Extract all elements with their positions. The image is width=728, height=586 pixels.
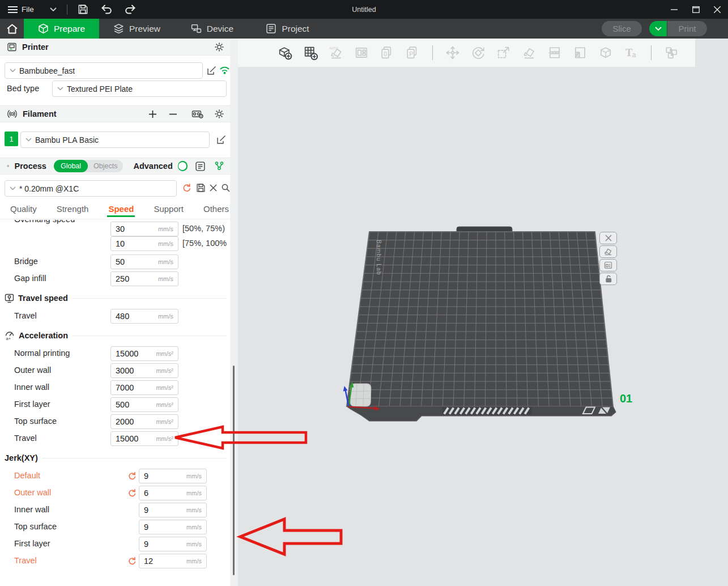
sidebar: Printer Bambubee_fast Bed type Textured … (0, 39, 230, 586)
bed-type-select[interactable]: Textured PEI Plate (52, 80, 227, 97)
home-button[interactable] (0, 19, 24, 39)
filament-slot-badge[interactable]: 1 (5, 131, 18, 146)
parameter-table-button[interactable] (195, 161, 206, 172)
search-preset-button[interactable] (221, 183, 231, 193)
list-icon (195, 161, 206, 172)
sidebar-scrollbar[interactable] (233, 366, 235, 575)
ams-sync-button[interactable] (191, 109, 203, 119)
setting-input[interactable]: 50mm/s (110, 254, 178, 269)
tab-preview[interactable]: Preview (99, 19, 174, 39)
delete-preset-button[interactable] (210, 184, 217, 192)
settings-group-header: Jerk(XY) (5, 452, 227, 464)
setting-input[interactable]: 9mm/s (139, 469, 207, 483)
reset-icon[interactable] (127, 472, 137, 481)
setting-input[interactable]: 15000mm/s² (110, 346, 178, 361)
close-button[interactable] (706, 0, 728, 19)
printer-connection-button[interactable] (219, 65, 230, 75)
arrange-icon (354, 45, 369, 61)
file-menu-dropdown[interactable] (45, 0, 61, 19)
paste-button: P (402, 41, 423, 64)
maximize-button[interactable] (685, 0, 706, 19)
tab-support[interactable]: Support (152, 202, 185, 217)
setting-input[interactable]: 9mm/s (139, 503, 207, 517)
setting-input[interactable]: 10mm/s (110, 236, 178, 251)
tab-label: Project (282, 24, 309, 34)
file-menu-button[interactable]: File (3, 0, 39, 19)
delete-plate-button[interactable] (599, 232, 617, 244)
plate-settings-button[interactable] (599, 259, 617, 271)
edit-printer-button[interactable] (206, 65, 217, 76)
lock-plate-button[interactable] (599, 273, 617, 285)
setting-input[interactable]: 9mm/s (139, 520, 207, 534)
orient-plate-button[interactable] (599, 245, 617, 258)
remove-filament-button[interactable] (169, 110, 177, 118)
setting-value: 50 (116, 257, 125, 266)
tab-prepare[interactable]: Prepare (24, 19, 99, 39)
setting-value: 480 (116, 312, 129, 321)
setting-input[interactable]: 7000mm/s² (110, 380, 178, 395)
add-plate-button[interactable] (300, 41, 321, 64)
setting-unit: mm/s (158, 240, 173, 247)
scope-global-button[interactable]: Global (54, 160, 88, 172)
setting-input[interactable]: 3000mm/s² (110, 363, 178, 378)
tab-others[interactable]: Others (202, 202, 230, 217)
setting-label: Inner wall (14, 383, 49, 392)
compare-presets-button[interactable] (214, 161, 224, 171)
printer-preset-select[interactable]: Bambubee_fast (5, 62, 203, 79)
setting-input[interactable]: 9mm/s (139, 537, 207, 551)
travel-speed-icon (5, 294, 14, 303)
slice-button[interactable]: Slice (602, 21, 642, 36)
add-model-button[interactable] (274, 41, 296, 64)
tab-device[interactable]: Device (174, 19, 250, 39)
tab-strength[interactable]: Strength (56, 202, 90, 217)
setting-input[interactable]: 2000mm/s² (110, 414, 178, 429)
scope-objects-button[interactable]: Objects (88, 162, 123, 170)
tab-speed[interactable]: Speed (107, 202, 135, 217)
rotate-button (467, 41, 489, 64)
save-button[interactable] (73, 0, 93, 19)
tab-quality[interactable]: Quality (9, 202, 38, 217)
build-plate[interactable] (347, 232, 613, 406)
redo-button[interactable] (120, 0, 141, 19)
move-icon (445, 45, 461, 61)
printer-settings-button[interactable] (214, 42, 224, 52)
setting-row: Travel480mm/s (0, 309, 230, 324)
tab-project[interactable]: Project (250, 19, 325, 39)
setting-input[interactable]: 250mm/s (110, 271, 178, 286)
advanced-toggle[interactable] (178, 161, 188, 171)
add-filament-button[interactable] (148, 110, 157, 118)
undo-button[interactable] (96, 0, 117, 19)
settings-group-title: Jerk(XY) (5, 453, 38, 462)
setting-unit: mm/s (158, 226, 173, 232)
undo-icon (101, 5, 112, 15)
setting-label: Travel (14, 556, 37, 565)
setting-input[interactable]: 12mm/s (139, 554, 207, 568)
setting-range-label: [75%, 100% (182, 239, 230, 248)
add-model-icon (277, 45, 293, 61)
setting-input[interactable]: 480mm/s (110, 309, 178, 324)
print-button[interactable]: Print (667, 21, 707, 36)
minimize-button[interactable] (663, 0, 685, 19)
setting-value: 2000 (116, 417, 134, 426)
printer-preset-value: Bambubee_fast (19, 66, 75, 75)
filament-settings-button[interactable] (214, 109, 224, 119)
setting-input[interactable]: 500mm/s² (110, 397, 178, 412)
reset-icon (182, 183, 191, 193)
filament-preset-select[interactable]: Bambu PLA Basic (20, 131, 210, 148)
setting-input[interactable]: 6mm/s (139, 486, 207, 500)
print-dropdown-button[interactable] (649, 21, 667, 36)
plate-number-label[interactable]: 01 (620, 392, 632, 405)
orient-plate-icon (604, 248, 613, 256)
setting-input[interactable]: 15000mm/s² (110, 431, 178, 446)
save-preset-button[interactable] (196, 183, 206, 193)
reset-icon[interactable] (127, 557, 137, 566)
process-tabs: Quality Strength Speed Support Others (0, 202, 230, 219)
setting-label: Travel (14, 434, 37, 443)
setting-input[interactable]: 30mm/s (110, 222, 178, 236)
printer-section-header: Printer (0, 39, 230, 56)
reset-preset-button[interactable] (182, 183, 191, 193)
chevron-down-icon (57, 87, 63, 91)
reset-icon[interactable] (127, 489, 137, 498)
edit-filament-button[interactable] (216, 134, 227, 145)
process-preset-select[interactable]: * 0.20mm @X1C (5, 180, 177, 197)
